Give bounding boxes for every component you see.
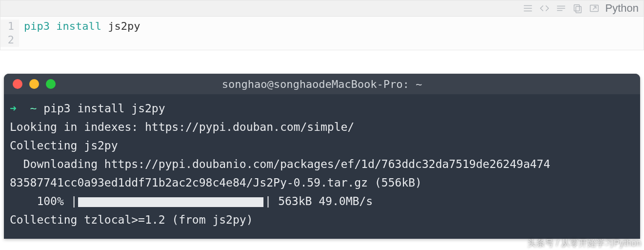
window-controls [4,79,56,89]
code-icon[interactable] [539,3,550,14]
copy-icon[interactable] [572,3,583,14]
terminal-body[interactable]: ➜ ~ pip3 install js2py Looking in indexe… [4,94,640,239]
code-toolbar: Python [0,0,644,17]
code-body[interactable]: 12 pip3 install js2py [0,17,644,50]
popout-icon[interactable] [589,3,600,14]
language-label: Python [605,2,639,15]
code-editor: Python 12 pip3 install js2py [0,0,644,50]
close-icon[interactable] [13,79,22,89]
token-arg: js2py [108,20,140,32]
terminal-output-line: 83587741cc0a93ed1ddf71b2ac2c98c4e84/Js2P… [10,176,422,189]
prompt-path: ~ [30,102,37,115]
watermark: 头条号 / 从零开始学习Python [527,237,641,249]
terminal-output-line: Looking in indexes: https://pypi.douban.… [10,121,354,133]
progress-bar [78,197,263,207]
line-gutter: 12 [0,20,19,47]
terminal-command: pip3 install js2py [43,102,165,115]
menu-icon[interactable] [523,3,533,14]
progress-stats: | 563kB 49.0MB/s [264,195,373,208]
lines-icon[interactable] [556,3,566,14]
minimize-icon[interactable] [29,79,39,89]
terminal-output-line: Collecting js2py [10,139,118,152]
token-pip3: pip3 [24,20,50,32]
progress-percent: 100% | [10,195,77,208]
svg-rect-0 [574,5,579,11]
prompt-arrow-icon: ➜ [10,102,17,115]
terminal-titlebar: songhao@songhaodeMacBook-Pro: ~ [4,74,640,94]
code-lines: pip3 install js2py [19,20,140,47]
terminal-title: songhao@songhaodeMacBook-Pro: ~ [4,78,640,90]
svg-rect-1 [576,6,581,13]
terminal-window: songhao@songhaodeMacBook-Pro: ~ ➜ ~ pip3… [4,74,640,239]
terminal-output-line: Collecting tzlocal>=1.2 (from js2py) [10,213,253,226]
terminal-output-line: Downloading https://pypi.doubanio.com/pa… [10,158,550,170]
maximize-icon[interactable] [46,79,56,89]
token-install: install [56,20,101,32]
